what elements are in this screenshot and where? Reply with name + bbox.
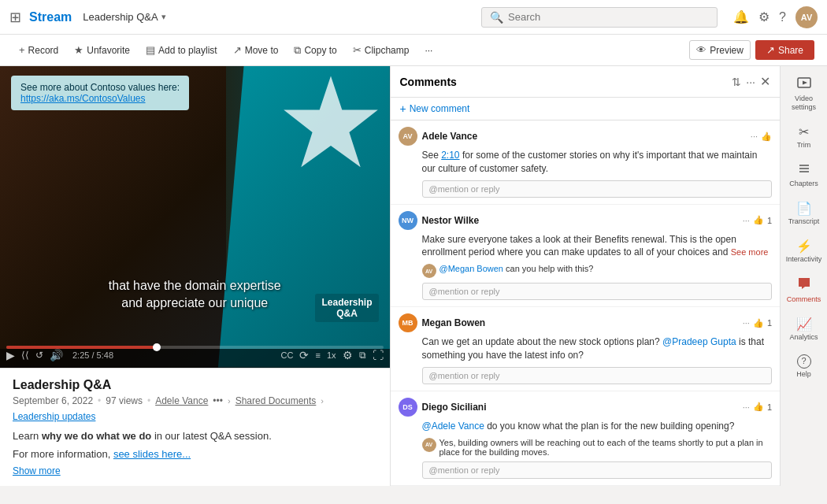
reply-input-2[interactable]: @mention or reply xyxy=(422,283,773,300)
svg-marker-0 xyxy=(284,76,378,168)
skip-back-button[interactable]: ↺ xyxy=(35,350,43,361)
sidebar-tab-comments[interactable]: Comments xyxy=(781,270,827,310)
list-item: MB Megan Bowen ··· 👍 1 Can we get an upd… xyxy=(391,307,781,391)
sidebar-tab-chapters[interactable]: Chapters xyxy=(781,156,827,195)
avatar: NW xyxy=(399,211,417,230)
transcript-label: Transcript xyxy=(788,217,820,226)
volume-button[interactable]: 🔊 xyxy=(50,349,63,361)
comment-more-icon[interactable]: ··· xyxy=(751,132,758,141)
comment-more-icon[interactable]: ··· xyxy=(743,318,750,328)
comment-header: NW Nestor Wilke ··· 👍 1 xyxy=(399,211,773,230)
pip-button[interactable]: ⧉ xyxy=(359,350,366,361)
play-button[interactable]: ▶ xyxy=(6,349,15,361)
comment-more-icon[interactable]: ··· xyxy=(743,216,750,225)
comment-body: See 2:10 for some of the customer storie… xyxy=(399,149,773,176)
comment-body: Make sure everyone takes a look at their… xyxy=(399,233,773,260)
list-item: AV Adele Vance ··· 👍 See 2:10 for some o… xyxy=(391,120,781,205)
comments-more-icon[interactable]: ··· xyxy=(746,76,755,88)
author-link[interactable]: Adele Vance xyxy=(155,395,208,406)
record-button[interactable]: + Record xyxy=(13,41,65,59)
comment-body: @Adele Vance do you know what the plan i… xyxy=(399,420,773,433)
sidebar-tab-transcript[interactable]: 📄 Transcript xyxy=(781,195,827,232)
comment-actions: ··· 👍 1 xyxy=(743,318,772,328)
share-button[interactable]: ↗ Share xyxy=(755,40,814,60)
show-more-link[interactable]: Show more xyxy=(13,465,377,476)
slides-link[interactable]: see slides here... xyxy=(113,448,191,460)
avatar: AV xyxy=(422,264,436,278)
new-comment-button[interactable]: + New comment xyxy=(391,98,781,120)
like-icon[interactable]: 👍 xyxy=(753,318,764,328)
loop-button[interactable]: ⟳ xyxy=(299,349,309,361)
video-settings-icon xyxy=(797,76,811,93)
shared-docs-link[interactable]: Shared Documents xyxy=(235,395,317,406)
video-player[interactable]: LeadershipQ&A See more about Contoso val… xyxy=(0,66,390,368)
like-icon[interactable]: 👍 xyxy=(761,132,772,142)
breadcrumb-current: Leadership Q&A xyxy=(83,11,158,23)
sub-comment-body: Yes, building owners will be reaching ou… xyxy=(439,438,773,457)
search-icon: 🔍 xyxy=(490,11,503,24)
playlist-icon: ▤ xyxy=(146,44,155,56)
avatar: DS xyxy=(399,398,417,417)
sidebar-tab-analytics[interactable]: 📈 Analytics xyxy=(781,310,827,348)
speed-button[interactable]: 1x xyxy=(327,350,336,360)
transcript-btn[interactable]: ≡ xyxy=(315,350,320,360)
caption-btn[interactable]: CC xyxy=(281,350,294,360)
breadcrumb-expand-icon[interactable]: ▾ xyxy=(161,12,166,22)
trim-label: Trim xyxy=(797,141,811,150)
see-more-link[interactable]: See more xyxy=(731,247,769,257)
search-input[interactable] xyxy=(508,11,709,23)
video-meta: September 6, 2022 • 97 views • Adele Van… xyxy=(13,395,377,422)
transcript-icon: 📄 xyxy=(796,201,812,216)
comments-close-button[interactable]: ✕ xyxy=(760,74,770,89)
sort-comments-icon[interactable]: ⇅ xyxy=(732,76,741,88)
reply-input-1[interactable]: @mention or reply xyxy=(422,180,773,198)
avatar[interactable]: AV xyxy=(795,6,818,28)
ctrl-right: CC ⟳ ≡ 1x ⚙ ⧉ ⛶ xyxy=(281,349,384,361)
caption-box: See more about Contoso values here: http… xyxy=(11,76,189,110)
reply-input-4[interactable]: @mention or reply xyxy=(422,461,773,479)
sub-comment: AV @Megan Bowen can you help with this? xyxy=(422,264,773,278)
comment-actions: ··· 👍 1 xyxy=(743,215,772,225)
help-icon[interactable]: ? xyxy=(779,10,786,24)
settings-btn[interactable]: ⚙ xyxy=(343,349,353,361)
video-title: Leadership Q&A xyxy=(13,378,377,392)
help-icon: ? xyxy=(797,354,811,369)
move-to-button[interactable]: ↗ Move to xyxy=(227,41,285,59)
sidebar-tab-help[interactable]: ? Help xyxy=(781,348,827,385)
sidebar-tab-video-settings[interactable]: Video settings xyxy=(781,69,827,118)
reply-input-3[interactable]: @mention or reply xyxy=(422,367,773,384)
top-bar: ⊞ Stream Leadership Q&A ▾ 🔍 🔔 ⚙ ? AV xyxy=(0,0,827,35)
fullscreen-button[interactable]: ⛶ xyxy=(373,349,384,361)
analytics-icon: 📈 xyxy=(796,317,812,332)
clipchamp-button[interactable]: ✂ Clipchamp xyxy=(347,41,416,59)
rewind-button[interactable]: ⟨⟨ xyxy=(21,350,29,361)
chapters-icon xyxy=(798,162,810,178)
record-icon: + xyxy=(19,44,25,56)
comment-more-icon[interactable]: ··· xyxy=(743,402,750,412)
timestamp-link[interactable]: 2:10 xyxy=(441,150,459,161)
chapters-label: Chapters xyxy=(789,180,818,188)
preview-button[interactable]: 👁 Preview xyxy=(689,40,751,60)
copy-to-button[interactable]: ⧉ Copy to xyxy=(287,41,343,60)
notifications-icon[interactable]: 🔔 xyxy=(733,9,749,24)
caption-link[interactable]: https://aka.ms/ContosoValues xyxy=(20,93,146,104)
comment-header: MB Megan Bowen ··· 👍 1 xyxy=(399,313,773,332)
add-to-playlist-button[interactable]: ▤ Add to playlist xyxy=(139,41,224,59)
more-options-button[interactable]: ··· xyxy=(418,42,439,59)
video-desc: Learn why we do what we do in our latest… xyxy=(13,428,377,444)
like-count: 1 xyxy=(767,402,772,412)
leadership-updates-link[interactable]: Leadership updates xyxy=(13,411,95,422)
avatar: MB xyxy=(399,313,417,332)
commenter-name: Adele Vance xyxy=(422,131,746,142)
grid-menu-icon[interactable]: ⊞ xyxy=(9,9,21,26)
settings-icon[interactable]: ⚙ xyxy=(758,9,770,24)
copy-icon: ⧉ xyxy=(294,44,301,57)
like-icon[interactable]: 👍 xyxy=(753,215,764,225)
unfavorite-button[interactable]: ★ Unfavorite xyxy=(68,41,136,59)
like-icon[interactable]: 👍 xyxy=(753,402,764,412)
sidebar-tab-trim[interactable]: ✂ Trim xyxy=(781,118,827,156)
search-box[interactable]: 🔍 xyxy=(481,7,718,28)
progress-knob[interactable] xyxy=(153,343,161,351)
sidebar-tab-interactivity[interactable]: ⚡ Interactivity xyxy=(781,232,827,270)
help-label: Help xyxy=(796,370,811,379)
